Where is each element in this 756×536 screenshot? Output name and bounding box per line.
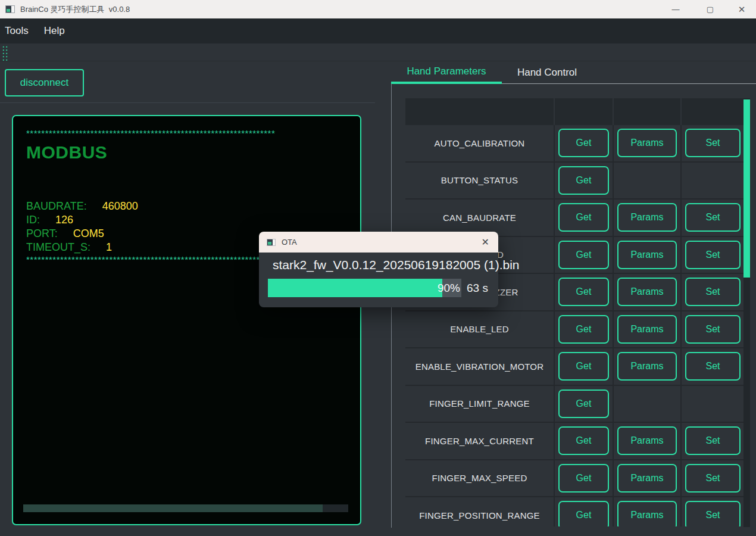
toolbar-drag-handle[interactable] bbox=[2, 45, 8, 61]
set-button[interactable]: Set bbox=[685, 501, 741, 526]
table-cell: Params bbox=[614, 423, 682, 460]
table-cell: Set bbox=[682, 311, 744, 349]
menu-bar: Tools Help bbox=[0, 18, 756, 43]
log-field-value: 1 bbox=[106, 241, 112, 253]
log-separator: ****************************************… bbox=[26, 128, 351, 138]
set-button[interactable]: Set bbox=[685, 129, 741, 157]
ota-progress-eta: 63 s bbox=[467, 282, 488, 295]
table-cell: Params bbox=[614, 460, 682, 498]
tab-hand-control[interactable]: Hand Control bbox=[502, 61, 592, 84]
set-button[interactable]: Set bbox=[685, 203, 741, 232]
table-row: ENABLE_VIBRATION_MOTORGetParamsSet bbox=[405, 348, 744, 386]
params-button[interactable]: Params bbox=[617, 501, 677, 526]
log-field-value: COM5 bbox=[73, 228, 104, 239]
table-cell: Get bbox=[555, 311, 614, 349]
param-name: ENABLE_VIBRATION_MOTOR bbox=[405, 348, 555, 386]
get-button[interactable]: Get bbox=[558, 464, 609, 493]
get-button[interactable]: Get bbox=[558, 278, 609, 306]
table-cell: Get bbox=[555, 423, 614, 460]
params-button[interactable]: Params bbox=[617, 315, 677, 344]
table-cell: Set bbox=[682, 460, 744, 498]
close-icon[interactable]: ✕ bbox=[727, 0, 756, 18]
table-cell: Params bbox=[614, 274, 682, 311]
table-header-row bbox=[405, 98, 744, 125]
set-button[interactable]: Set bbox=[685, 241, 741, 269]
table-cell: Get bbox=[555, 386, 614, 423]
ota-dialog: OTA ✕ stark2_fw_V0.0.12_20250619182005 (… bbox=[259, 232, 498, 307]
log-field-label: ID: bbox=[26, 214, 40, 226]
table-scrollbar-thumb[interactable] bbox=[743, 99, 750, 278]
minimize-icon[interactable]: — bbox=[658, 0, 693, 18]
table-row: ENABLE_LEDGetParamsSet bbox=[405, 311, 744, 349]
params-button[interactable]: Params bbox=[617, 241, 677, 269]
get-button[interactable]: Get bbox=[558, 203, 609, 232]
param-name: FINGER_MAX_CURRENT bbox=[405, 423, 555, 460]
ota-dialog-icon bbox=[267, 239, 276, 246]
get-button[interactable]: Get bbox=[558, 389, 609, 418]
get-button[interactable]: Get bbox=[558, 352, 609, 381]
table-row: AUTO_CALIBRATIONGetParamsSet bbox=[405, 125, 744, 163]
get-button[interactable]: Get bbox=[558, 315, 609, 344]
param-name: FINGER_POSITION_RANGE bbox=[405, 497, 555, 526]
set-button[interactable]: Set bbox=[685, 278, 741, 306]
table-cell: Get bbox=[555, 237, 614, 275]
params-button[interactable]: Params bbox=[617, 129, 677, 157]
table-cell: Set bbox=[682, 423, 744, 460]
get-button[interactable]: Get bbox=[558, 166, 609, 195]
ota-progress-fill bbox=[268, 279, 442, 297]
firmware-filename: stark2_fw_V0.0.12_20250619182005 (1).bin bbox=[273, 258, 489, 272]
table-body: AUTO_CALIBRATIONGetParamsSetBUTTON_STATU… bbox=[405, 125, 744, 526]
param-name: FINGER_MAX_SPEED bbox=[405, 460, 555, 498]
params-button[interactable]: Params bbox=[617, 464, 677, 493]
table-cell: Get bbox=[555, 163, 614, 200]
table-cell: Params bbox=[614, 348, 682, 386]
get-button[interactable]: Get bbox=[558, 426, 609, 455]
params-button[interactable]: Params bbox=[617, 352, 677, 381]
log-field-line: BAUDRATE:460800 bbox=[26, 200, 351, 213]
set-button[interactable]: Set bbox=[685, 315, 741, 344]
get-button[interactable]: Get bbox=[558, 501, 609, 526]
set-button[interactable]: Set bbox=[685, 464, 741, 493]
log-field-value: 126 bbox=[55, 214, 73, 226]
ota-dialog-body: stark2_fw_V0.0.12_20250619182005 (1).bin… bbox=[259, 253, 498, 307]
ota-progress-bar: 90% bbox=[268, 279, 461, 297]
table-cell: Params bbox=[614, 311, 682, 349]
menu-item-tools[interactable]: Tools bbox=[0, 18, 36, 43]
dialog-close-icon[interactable]: ✕ bbox=[482, 238, 489, 247]
params-button[interactable]: Params bbox=[617, 426, 677, 455]
log-field-label: PORT: bbox=[26, 228, 58, 239]
table-cell: Get bbox=[555, 460, 614, 498]
get-button[interactable]: Get bbox=[558, 241, 609, 269]
ota-progress-percent: 90% bbox=[438, 282, 460, 295]
param-name: FINGER_LIMIT_RANGE bbox=[405, 386, 555, 423]
ota-dialog-title: OTA bbox=[282, 238, 297, 247]
tab-hand-parameters[interactable]: Hand Parameters bbox=[391, 61, 502, 84]
params-button[interactable]: Params bbox=[617, 278, 677, 306]
log-field-value: 460800 bbox=[102, 200, 138, 212]
table-cell bbox=[614, 386, 682, 423]
log-field-line: ID:126 bbox=[26, 213, 351, 227]
disconnect-button[interactable]: disconnect bbox=[5, 69, 84, 96]
params-button[interactable]: Params bbox=[617, 203, 677, 232]
title-bar: BrainCo 灵巧手控制工具 v0.0.8 — ▢ ✕ bbox=[0, 0, 756, 18]
get-button[interactable]: Get bbox=[558, 129, 609, 157]
table-vertical-scrollbar[interactable] bbox=[743, 98, 750, 527]
table-cell bbox=[682, 386, 744, 423]
window-controls: — ▢ ✕ bbox=[658, 0, 756, 18]
table-cell: Get bbox=[555, 200, 614, 237]
app-icon bbox=[5, 5, 15, 13]
terminal-scrollbar-thumb[interactable] bbox=[23, 504, 323, 512]
table-cell: Set bbox=[682, 274, 744, 311]
table-cell: Set bbox=[682, 200, 744, 237]
set-button[interactable]: Set bbox=[685, 426, 741, 455]
ota-progress-row: 90% 63 s bbox=[268, 279, 489, 297]
table-row: FINGER_MAX_SPEEDGetParamsSet bbox=[405, 460, 744, 498]
table-cell: Params bbox=[614, 237, 682, 275]
maximize-icon[interactable]: ▢ bbox=[693, 0, 727, 18]
log-field-label: TIMEOUT_S: bbox=[26, 241, 90, 253]
menu-item-help[interactable]: Help bbox=[36, 18, 73, 43]
terminal-horizontal-scrollbar[interactable] bbox=[23, 504, 348, 512]
table-cell: Get bbox=[555, 125, 614, 163]
table-cell: Get bbox=[555, 497, 614, 526]
set-button[interactable]: Set bbox=[685, 352, 741, 381]
